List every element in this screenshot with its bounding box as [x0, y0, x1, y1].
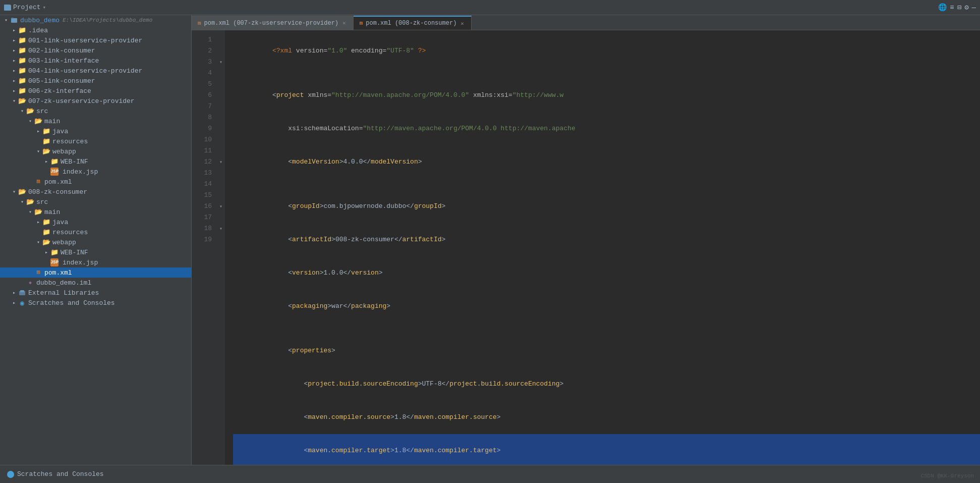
fold-btn-16[interactable]: ▾ — [217, 201, 225, 212]
sidebar-item-007-src[interactable]: 📂 src — [0, 106, 191, 116]
scratches-bottom-icon — [7, 471, 14, 478]
scratches-bottom-item[interactable]: Scratches and Consoles — [4, 468, 107, 480]
line-num-10: 10 — [192, 134, 217, 145]
sidebar-item-path: E:\IDEA\Projects\dubbo_demo — [63, 17, 152, 23]
sidebar-item-007-pom[interactable]: m pom.xml — [0, 177, 191, 187]
code-line-5: <modelVersion>4.0.0</modelVersion> — [233, 145, 980, 179]
sidebar-item-label: WEB-INF — [61, 158, 88, 166]
code-line-1: <?xml version="1.0" encoding="UTF-8" ?> — [233, 34, 980, 68]
sidebar-item-008-indexjsp[interactable]: JSP index.jsp — [0, 257, 191, 267]
sidebar-item-label: pom.xml — [44, 178, 72, 186]
sidebar-item-label: WEB-INF — [61, 249, 88, 256]
expand-arrow — [10, 78, 18, 84]
sidebar-item-dubbo-iml[interactable]: ◈ dubbo_demo.iml — [0, 278, 191, 288]
tab-close-button[interactable]: ✕ — [459, 20, 465, 27]
bottom-bar: Scratches and Consoles CSDN @KK-Greyson — [0, 465, 980, 483]
sidebar-item-003[interactable]: 📁 003-link-interface — [0, 56, 191, 66]
sidebar-item-008-resources[interactable]: 📁 resources — [0, 227, 191, 237]
sidebar-item-007-webapp[interactable]: 📂 webapp — [0, 146, 191, 156]
sidebar-item-007-resources[interactable]: 📁 resources — [0, 136, 191, 146]
fold-btn-18[interactable]: ▾ — [217, 223, 225, 234]
sidebar-item-008-main[interactable]: 📂 main — [0, 207, 191, 217]
line-num-12: 12 — [192, 156, 217, 168]
line-num-13: 13 — [192, 168, 217, 179]
tab-close-button[interactable]: ✕ — [341, 20, 347, 26]
fold-btn-11 — [217, 145, 225, 156]
jsp-icon: JSP — [50, 168, 59, 176]
sidebar-item-007-zk[interactable]: 📂 007-zk-userservice-provider — [0, 96, 191, 106]
fold-btn-3[interactable]: ▾ — [217, 57, 225, 68]
sidebar-item-dubbo-demo[interactable]: dubbo_demo E:\IDEA\Projects\dubbo_demo — [0, 15, 191, 25]
fold-btn-8 — [217, 112, 225, 123]
sidebar-item-008-java[interactable]: 📁 java — [0, 217, 191, 227]
line-num-18: 18 — [192, 223, 217, 234]
project-icon — [10, 16, 18, 24]
sidebar-item-001[interactable]: 📁 001-link-userservice-provider — [0, 35, 191, 45]
expand-arrow — [10, 300, 18, 306]
sidebar-item-002[interactable]: 📁 002-link-consumer — [0, 45, 191, 56]
sidebar-item-008-webinf[interactable]: 📁 WEB-INF — [0, 247, 191, 257]
code-line-12: <properties> — [233, 334, 980, 367]
sidebar-item-007-java[interactable]: 📁 java — [0, 126, 191, 136]
tab-008-pom[interactable]: m pom.xml (008-zk-consumer) ✕ — [354, 16, 472, 30]
code-line-6 — [233, 179, 980, 190]
pom-icon: m — [34, 269, 42, 277]
line-num-17: 17 — [192, 212, 217, 223]
folder-icon: 📁 — [18, 36, 26, 44]
folder-icon: 📁 — [18, 57, 26, 65]
globe-icon[interactable]: 🌐 — [938, 3, 947, 12]
sidebar-item-005[interactable]: 📁 005-link-consumer — [0, 76, 191, 86]
expand-arrow — [10, 290, 18, 296]
folder-icon: 📁 — [18, 26, 26, 34]
sidebar-item-008-zk[interactable]: 📂 008-zk-consumer — [0, 187, 191, 197]
sidebar-item-007-main[interactable]: 📂 main — [0, 116, 191, 126]
expand-arrow — [10, 189, 18, 195]
sidebar-item-007-webinf[interactable]: 📁 WEB-INF — [0, 156, 191, 167]
code-editor[interactable]: <?xml version="1.0" encoding="UTF-8" ?> … — [225, 30, 980, 465]
sidebar-item-004[interactable]: 📁 004-link-userservice-provider — [0, 66, 191, 76]
jsp-icon: JSP — [50, 258, 59, 266]
sidebar-item-label: 001-link-userservice-provider — [28, 37, 142, 44]
list-icon[interactable]: ≡ — [950, 4, 954, 12]
sidebar-item-008-webapp[interactable]: 📂 webapp — [0, 237, 191, 247]
sidebar-item-label: index.jsp — [63, 259, 98, 266]
library-icon — [18, 289, 26, 297]
top-bar: Project ▾ 🌐 ≡ ⊟ ⚙ — — [0, 0, 980, 15]
code-line-4: xsi:schemaLocation="http://maven.apache.… — [233, 112, 980, 145]
sidebar-item-label: resources — [52, 229, 88, 236]
line-num-16: 16 — [192, 201, 217, 212]
line-numbers: 1 2 3 4 5 6 7 8 9 10 11 12 13 14 15 16 1 — [192, 30, 217, 465]
project-menu[interactable]: Project ▾ — [4, 4, 46, 11]
sidebar-item-007-indexjsp[interactable]: JSP index.jsp — [0, 167, 191, 177]
tabs-bar: m pom.xml (007-zk-userservice-provider) … — [192, 15, 980, 30]
sidebar-item-label: 003-link-interface — [28, 57, 99, 65]
expand-arrow — [34, 239, 42, 245]
line-num-6: 6 — [192, 90, 217, 101]
minimize-icon[interactable]: — — [972, 4, 976, 12]
editor-area: m pom.xml (007-zk-userservice-provider) … — [192, 15, 980, 465]
sidebar-item-008-src[interactable]: 📂 src — [0, 197, 191, 207]
tab-007-pom[interactable]: m pom.xml (007-zk-userservice-provider) … — [192, 16, 354, 30]
settings-icon[interactable]: ⚙ — [964, 3, 968, 12]
fold-btn-12[interactable]: ▾ — [217, 156, 225, 168]
line-num-19: 19 — [192, 234, 217, 245]
sidebar-item-scratches[interactable]: ◉ Scratches and Consoles — [0, 298, 191, 308]
expand-arrow — [26, 118, 34, 124]
fold-btn-19 — [217, 234, 225, 245]
sidebar-item-008-pom[interactable]: m pom.xml — [0, 267, 191, 278]
sidebar-item-idea[interactable]: 📁 .idea — [0, 25, 191, 35]
project-folder-icon — [4, 5, 11, 11]
sidebar-item-ext-libs[interactable]: External Libraries — [0, 288, 191, 298]
expand-arrow — [34, 219, 42, 225]
line-num-11: 11 — [192, 145, 217, 156]
sidebar-item-label: .idea — [28, 27, 48, 34]
folder-open-icon: 📂 — [34, 117, 42, 125]
collapse-icon[interactable]: ⊟ — [957, 3, 961, 12]
line-num-4: 4 — [192, 68, 217, 79]
top-bar-icons: 🌐 ≡ ⊟ ⚙ — — [938, 3, 976, 12]
expand-arrow — [42, 158, 50, 165]
fold-btn-7 — [217, 101, 225, 112]
sidebar-item-label: webapp — [52, 148, 76, 155]
sidebar-item-label: src — [36, 198, 48, 206]
sidebar-item-006[interactable]: 📁 006-zk-interface — [0, 86, 191, 96]
